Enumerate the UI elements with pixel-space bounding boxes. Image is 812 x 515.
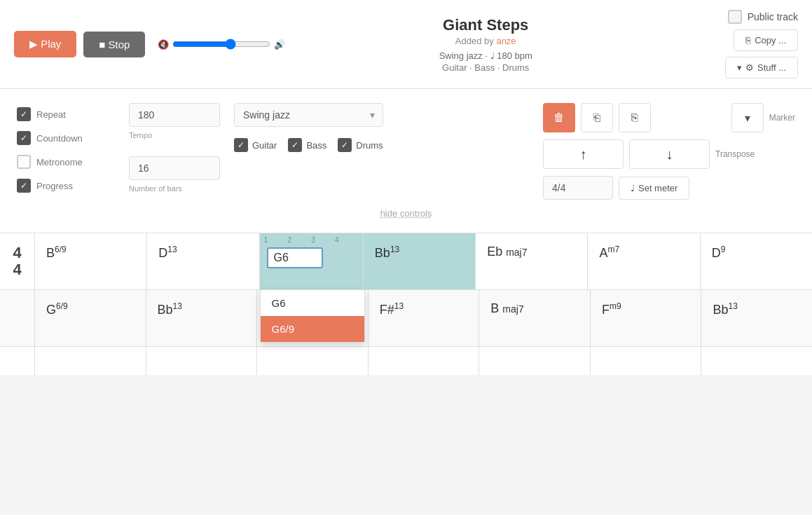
metronome-row: Metronome xyxy=(17,155,115,169)
added-by-user[interactable]: anze xyxy=(496,36,516,46)
guitar-label: Guitar xyxy=(252,140,277,151)
set-meter-label: Set meter xyxy=(638,183,677,193)
chord-cell[interactable]: D13 xyxy=(147,233,259,289)
chord-cell[interactable]: F#13 xyxy=(369,290,480,346)
chord-cell[interactable]: D9 xyxy=(701,233,812,289)
sheet-row-1: 4 4 B6/9 D13 1 2 3 4 G6 G6/9 xyxy=(0,233,812,290)
public-track-row: Public track xyxy=(728,10,798,24)
time-sig-spacer xyxy=(0,347,35,375)
sheet-row-2: G6/9 Bb13 Eb6/9 F#13 B maj7 Fm9 Bb13 xyxy=(0,290,812,347)
chord-options-button[interactable]: ▾ xyxy=(731,103,764,132)
meter-row: ♩ Set meter xyxy=(543,176,795,200)
dropdown-item-g69[interactable]: G6/9 xyxy=(261,316,364,342)
tempo-group: Tempo Number of bars xyxy=(129,103,220,193)
bass-check: ✓ Bass xyxy=(288,138,326,152)
swing-group: Swing jazz Straight Bossa Nova Waltz ▾ ✓… xyxy=(234,103,383,152)
stuff-button[interactable]: ▾ ⚙ Stuff ... xyxy=(725,57,798,78)
bars-input[interactable] xyxy=(129,156,220,180)
progress-row: ✓ Progress xyxy=(17,179,115,193)
public-track-label: Public track xyxy=(748,11,798,22)
right-top-row: 🗑 ⎗ ⎘ ▾ Marker xyxy=(543,103,795,132)
guitar-check: ✓ Guitar xyxy=(234,138,277,152)
chord-cell[interactable]: Bb13 xyxy=(701,290,812,346)
chord-cell[interactable]: Bb13 xyxy=(146,290,258,346)
stop-button[interactable]: ■ Stop xyxy=(83,32,145,57)
countdown-checkbox[interactable]: ✓ xyxy=(17,131,31,145)
transpose-up-button[interactable]: ↑ xyxy=(543,139,624,169)
marker-label: Marker xyxy=(769,113,795,123)
sheet-area: 4 4 B6/9 D13 1 2 3 4 G6 G6/9 xyxy=(0,233,812,375)
delete-chord-button[interactable]: 🗑 xyxy=(543,103,575,132)
chord-cell[interactable]: B maj7 xyxy=(479,290,591,346)
guitar-checkbox[interactable]: ✓ xyxy=(234,138,248,152)
chord-name: D9 xyxy=(712,245,801,261)
track-added-by: Added by anze xyxy=(292,36,679,46)
gear-icon: ⚙ xyxy=(745,62,754,73)
chord-cell[interactable]: G6/9 xyxy=(35,290,146,346)
public-track-checkbox[interactable] xyxy=(728,10,742,24)
time-sig-top: 4 xyxy=(13,245,21,261)
progress-checkbox[interactable]: ✓ xyxy=(17,179,31,193)
repeat-row: ✓ Repeat xyxy=(17,107,115,121)
volume-control: 🔇 🔊 xyxy=(158,39,285,50)
chord-name: B6/9 xyxy=(46,245,135,261)
chord-name: Eb maj7 xyxy=(487,245,576,259)
instruments-row: ✓ Guitar ✓ Bass ✓ Drums xyxy=(234,138,383,152)
copy-button[interactable]: ⎘ Copy ... xyxy=(734,29,798,51)
volume-slider[interactable] xyxy=(172,39,270,50)
track-title: Giant Steps xyxy=(292,16,679,34)
right-controls: 🗑 ⎗ ⎘ ▾ Marker ↑ ↓ Transpose ♩ Set meter xyxy=(543,103,795,200)
set-meter-button[interactable]: ♩ Set meter xyxy=(619,177,689,200)
controls-row: ✓ Repeat ✓ Countdown Metronome ✓ Progres… xyxy=(17,103,795,200)
chord-cell[interactable]: Eb maj7 xyxy=(476,233,588,289)
volume-low-icon: 🔇 xyxy=(158,39,169,50)
transpose-row: ↑ ↓ Transpose xyxy=(543,139,795,169)
controls-section: ✓ Repeat ✓ Countdown Metronome ✓ Progres… xyxy=(0,89,812,233)
tempo-input[interactable] xyxy=(129,103,220,127)
chord-dropdown: G6 G6/9 xyxy=(260,289,365,343)
metronome-label: Metronome xyxy=(36,157,83,167)
drums-checkbox[interactable]: ✓ xyxy=(338,138,352,152)
sheet-row-3 xyxy=(0,347,812,375)
drums-label: Drums xyxy=(356,140,383,151)
progress-label: Progress xyxy=(36,181,73,191)
chord-name: Am7 xyxy=(599,245,688,261)
chord-cell-active[interactable]: 1 2 3 4 G6 G6/9 xyxy=(260,233,364,289)
time-sig-bottom: 4 xyxy=(13,261,21,278)
chord-name: Fm9 xyxy=(602,301,690,317)
chord-edit-input[interactable] xyxy=(267,247,323,268)
countdown-label: Countdown xyxy=(36,133,83,144)
play-button[interactable]: ▶ Play xyxy=(14,31,76,57)
chord-name: Bb13 xyxy=(158,301,246,317)
chord-name: G6/9 xyxy=(46,301,135,317)
tempo-label: Tempo xyxy=(129,131,220,139)
chord-cell[interactable]: Am7 xyxy=(588,233,700,289)
volume-high-icon: 🔊 xyxy=(274,39,285,50)
metronome-checkbox[interactable] xyxy=(17,155,31,169)
chord-name: D13 xyxy=(158,245,247,261)
copy-label: Copy ... xyxy=(755,35,786,46)
beat-numbers: 1 2 3 4 xyxy=(264,236,359,244)
bass-checkbox[interactable]: ✓ xyxy=(288,138,302,152)
chord-cell[interactable]: Bb13 xyxy=(364,233,476,289)
chord-cell[interactable]: Fm9 xyxy=(591,290,702,346)
hide-controls-link[interactable]: hide controls xyxy=(17,208,795,219)
track-instruments: Guitar · Bass · Drums xyxy=(292,62,679,73)
repeat-checkbox[interactable]: ✓ xyxy=(17,107,31,121)
countdown-row: ✓ Countdown xyxy=(17,131,115,145)
added-by-prefix: Added by xyxy=(455,36,494,46)
repeat-label: Repeat xyxy=(36,109,66,120)
paste-chord-button[interactable]: ⎘ xyxy=(619,103,651,132)
chord-cell[interactable]: B6/9 xyxy=(35,233,147,289)
chord-name: Bb13 xyxy=(375,245,464,261)
bars-label: Number of bars xyxy=(129,184,220,193)
copy-chord-button[interactable]: ⎗ xyxy=(581,103,613,132)
time-signature: 4 4 xyxy=(0,233,35,289)
swing-select[interactable]: Swing jazz Straight Bossa Nova Waltz xyxy=(234,103,383,127)
toolbar: ▶ Play ■ Stop 🔇 🔊 Giant Steps Added by a… xyxy=(0,0,812,89)
chevron-down-icon: ▾ xyxy=(737,62,742,73)
dropdown-item-g6[interactable]: G6 xyxy=(261,290,364,316)
transpose-down-button[interactable]: ↓ xyxy=(629,139,710,169)
meter-input[interactable] xyxy=(543,176,613,200)
copy-icon: ⎘ xyxy=(745,35,751,46)
